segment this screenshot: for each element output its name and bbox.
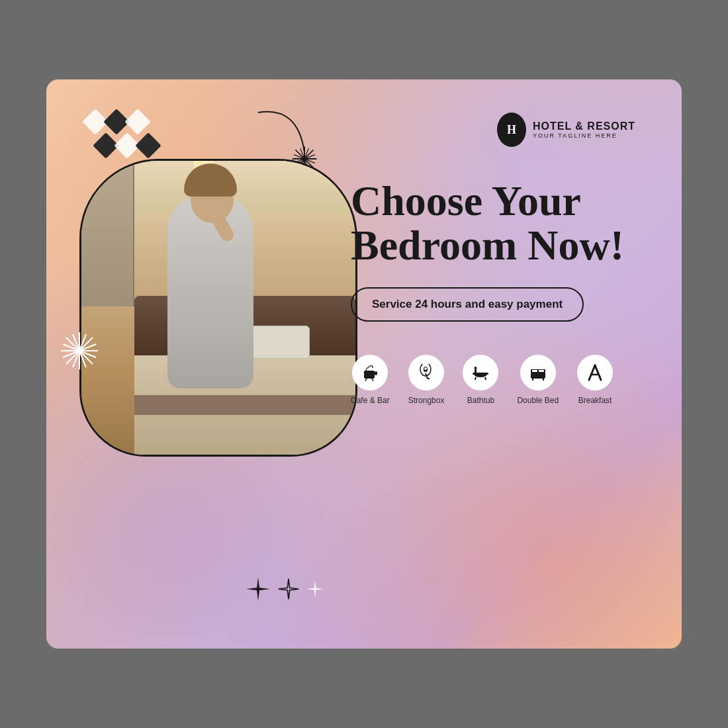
logo-tagline: YOUR TAGLINE HERE [533, 132, 635, 139]
hotel-logo: H HOTEL & RESORT YOUR TAGLINE HERE [497, 113, 635, 147]
bottom-sparkles [245, 576, 324, 602]
amenities-row: Cafe & Bar Strongbox [351, 355, 642, 405]
photo-frame [79, 159, 357, 457]
cafe-icon [352, 355, 388, 390]
svg-line-37 [595, 365, 601, 380]
svg-line-18 [365, 379, 367, 381]
bathtub-label: Bathtub [467, 396, 494, 405]
logo-icon: H [497, 113, 526, 147]
svg-line-26 [475, 377, 476, 380]
service-badge[interactable]: Service 24 hours and easy payment [351, 287, 584, 322]
svg-rect-30 [531, 372, 545, 379]
room-photo [81, 161, 355, 455]
svg-rect-28 [475, 369, 477, 373]
svg-rect-32 [532, 370, 537, 372]
main-heading: Choose Your Bedroom Now! [351, 179, 642, 267]
diamond-white-2 [124, 109, 151, 135]
strongbox-label: Strongbox [408, 396, 445, 405]
doublebed-icon [520, 355, 556, 390]
sparkle-star-small [306, 580, 324, 598]
svg-point-24 [424, 367, 427, 370]
breakfast-icon [577, 355, 613, 390]
diamond-dark-3 [135, 132, 161, 159]
sparkle-star-dark [245, 576, 271, 602]
svg-line-27 [485, 377, 486, 380]
svg-rect-17 [375, 371, 377, 375]
sparkle-star-outline [277, 578, 300, 600]
service-badge-text: Service 24 hours and easy payment [372, 298, 563, 310]
diamond-decorations [86, 113, 158, 158]
hotel-card: H HOTEL & RESORT YOUR TAGLINE HERE [46, 79, 682, 649]
heading-line1: Choose Your [351, 177, 581, 224]
svg-rect-16 [364, 371, 375, 379]
doublebed-label: Double Bed [517, 396, 559, 405]
svg-line-36 [589, 365, 595, 380]
breakfast-label: Breakfast [578, 396, 612, 405]
right-content: Choose Your Bedroom Now! Service 24 hour… [351, 179, 642, 405]
bathtub-icon [463, 355, 498, 390]
sparkle-left [60, 331, 99, 371]
svg-line-22 [426, 373, 428, 379]
heading-line2: Bedroom Now! [351, 222, 624, 269]
amenity-breakfast: Breakfast [577, 355, 613, 405]
logo-text: HOTEL & RESORT YOUR TAGLINE HERE [533, 120, 635, 139]
svg-point-29 [475, 367, 477, 369]
logo-name: HOTEL & RESORT [533, 120, 635, 132]
amenity-strongbox: Strongbox [408, 355, 445, 405]
amenity-cafe: Cafe & Bar [351, 355, 390, 405]
card-content: H HOTEL & RESORT YOUR TAGLINE HERE [46, 79, 682, 649]
strongbox-icon [408, 355, 444, 390]
cafe-label: Cafe & Bar [351, 396, 390, 405]
amenity-doublebed: Double Bed [517, 355, 559, 405]
svg-rect-33 [539, 370, 544, 372]
svg-line-19 [372, 379, 373, 381]
amenity-bathtub: Bathtub [463, 355, 498, 405]
